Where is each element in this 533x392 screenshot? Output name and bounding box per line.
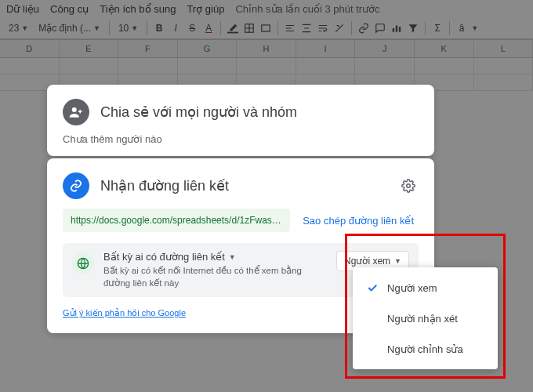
role-option-commenter[interactable]: Người nhận xét (353, 303, 498, 334)
chevron-down-icon: ▼ (394, 257, 401, 265)
chevron-down-icon: ▼ (229, 253, 236, 261)
role-option-label: Người chỉnh sửa (387, 343, 463, 355)
copy-link-button[interactable]: Sao chép đường liên kết (298, 209, 419, 232)
scope-title-label: Bất kỳ ai có đường liên kết (103, 251, 225, 263)
feedback-link[interactable]: Gửi ý kiến phản hồi cho Google (63, 308, 186, 318)
role-option-editor[interactable]: Người chỉnh sửa (353, 334, 498, 365)
role-label: Người xem (344, 256, 390, 267)
settings-button[interactable] (398, 176, 419, 196)
globe-icon (72, 252, 94, 274)
share-dialog: Chia sẻ với mọi người và nhóm Chưa thêm … (47, 85, 434, 156)
role-option-label: Người nhận xét (387, 313, 458, 325)
check-icon (365, 281, 379, 294)
role-option-viewer[interactable]: Người xem (353, 272, 498, 303)
share-dialog-subtitle: Chưa thêm người nào (63, 133, 419, 145)
role-dropdown: Người xem Người nhận xét Người chỉnh sửa (353, 267, 498, 369)
role-option-label: Người xem (387, 282, 437, 294)
svg-point-7 (407, 184, 411, 188)
svg-point-6 (72, 107, 77, 112)
link-icon (63, 172, 89, 199)
scope-select[interactable]: Bất kỳ ai có đường liên kết ▼ (103, 251, 327, 263)
link-dialog-title: Nhận đường liên kết (100, 177, 229, 194)
share-url-field[interactable]: https://docs.google.com/spreadsheets/d/1… (63, 209, 290, 232)
scope-description: Bất kỳ ai có kết nối Internet đều có thể… (103, 264, 327, 289)
people-add-icon (63, 99, 89, 125)
share-dialog-title: Chia sẻ với mọi người và nhóm (100, 103, 297, 121)
gear-icon (401, 179, 415, 193)
